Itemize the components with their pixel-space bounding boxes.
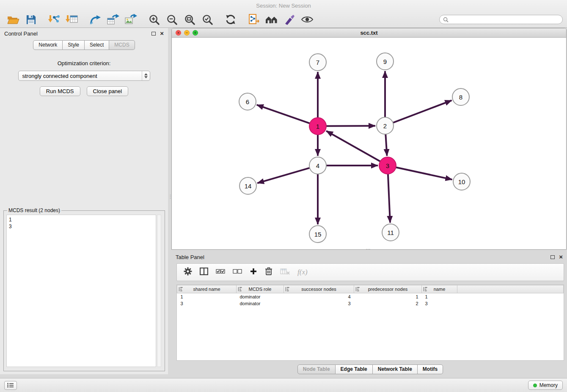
mcds-panel-body: Optimization criterion: strongly connect… (0, 60, 168, 96)
svg-text:2: 2 (383, 122, 387, 130)
table-cell[interactable]: dominator (237, 300, 284, 307)
table-cell[interactable]: 4 (284, 293, 354, 300)
table-cell[interactable]: dominator (237, 293, 284, 300)
mcds-result-fieldset: MCDS result (2 nodes) 1 3 (3, 207, 165, 371)
show-hide-icon[interactable] (298, 12, 316, 27)
table-cell[interactable]: 1 (422, 293, 457, 300)
tab-node-table[interactable]: Node Table (297, 364, 336, 374)
node-1[interactable]: 1 (309, 118, 326, 135)
search-box[interactable] (439, 15, 563, 24)
node-8[interactable]: 8 (452, 88, 469, 105)
zoom-fit-icon[interactable] (181, 12, 198, 27)
node-6[interactable]: 6 (239, 93, 256, 110)
network-file-icon[interactable] (245, 12, 263, 27)
deselect-all-rows-icon[interactable] (233, 268, 242, 276)
node-7[interactable]: 7 (309, 54, 326, 71)
network-graph[interactable]: 7968124314101511 (172, 38, 566, 250)
refresh-icon[interactable] (222, 12, 239, 27)
import-network-icon[interactable] (45, 12, 63, 27)
node-9[interactable]: 9 (377, 53, 394, 70)
paintbrush-glyph (284, 14, 295, 25)
tab-mcds[interactable]: MCDS (109, 40, 135, 50)
column-header-MCDS-role[interactable]: MCDS role (237, 285, 284, 293)
table-row[interactable]: 1dominator411 (177, 293, 564, 300)
tab-style[interactable]: Style (63, 40, 85, 50)
houses-glyph (265, 14, 278, 25)
edge-1-2[interactable] (326, 126, 375, 126)
add-row-icon[interactable] (250, 268, 257, 277)
save-session-icon[interactable] (22, 12, 40, 27)
table-cell[interactable]: 3 (422, 300, 457, 307)
memory-button[interactable]: Memory (528, 381, 563, 390)
select-all-rows-icon[interactable] (216, 268, 225, 276)
edge-4-14[interactable] (257, 168, 310, 183)
table-cell[interactable]: 1 (177, 293, 237, 300)
delete-row-icon[interactable] (265, 267, 272, 277)
splitter-handle-horizontal[interactable]: ⋯ (363, 248, 373, 251)
edge-1-6[interactable] (257, 105, 310, 124)
first-neighbors-icon[interactable] (263, 12, 281, 27)
criterion-dropdown[interactable]: strongly connected component (18, 71, 150, 81)
import-table-icon[interactable] (63, 12, 81, 27)
splitter-handle-vertical[interactable]: ⋮ (168, 195, 171, 205)
tab-select[interactable]: Select (85, 40, 109, 50)
style-icon[interactable] (281, 12, 298, 27)
settings-gear-icon[interactable] (184, 267, 192, 277)
table-row[interactable]: 3dominator323 (177, 300, 564, 307)
edge-2-3[interactable] (385, 134, 387, 156)
float-table-panel-icon[interactable] (550, 255, 555, 259)
close-table-panel-icon[interactable]: × (559, 255, 563, 259)
column-header-shared-name[interactable]: shared name (177, 285, 237, 293)
result-scrollbar[interactable] (157, 215, 161, 367)
export-network-icon[interactable] (86, 12, 104, 27)
zoom-window-icon[interactable]: + (193, 30, 198, 36)
close-window-icon[interactable]: × (176, 30, 181, 36)
gear-glyph (184, 267, 192, 276)
zoom-in-icon[interactable] (145, 12, 163, 27)
open-session-icon[interactable] (4, 12, 22, 27)
node-11[interactable]: 11 (382, 224, 399, 241)
column-visibility-icon[interactable] (200, 268, 208, 277)
column-header-predecessor-nodes[interactable]: predecessor nodes (354, 285, 422, 293)
tab-edge-table[interactable]: Edge Table (336, 364, 373, 374)
close-panel-icon[interactable]: × (160, 31, 164, 36)
zoom-out-icon[interactable] (163, 12, 181, 27)
node-15[interactable]: 15 (309, 226, 326, 243)
delete-column-icon[interactable] (280, 268, 290, 276)
edge-3-11[interactable] (388, 174, 390, 223)
node-3[interactable]: 3 (379, 157, 396, 174)
refresh-glyph (225, 14, 236, 25)
table-cell[interactable]: 2 (354, 300, 422, 307)
control-panel-header: Control Panel × (0, 28, 168, 39)
table-cell[interactable]: 3 (177, 300, 237, 307)
table-cell[interactable]: 3 (284, 300, 354, 307)
tab-motifs[interactable]: Motifs (418, 364, 443, 374)
node-10[interactable]: 10 (453, 173, 470, 190)
show-panel-list-button[interactable] (4, 381, 17, 390)
export-image-icon[interactable] (122, 12, 140, 27)
window-chrome: Session: New Session (0, 0, 567, 28)
svg-text:7: 7 (316, 59, 319, 66)
node-2[interactable]: 2 (377, 117, 394, 134)
table-cell[interactable]: 1 (354, 293, 422, 300)
close-panel-button[interactable]: Close panel (87, 86, 129, 96)
function-builder-icon[interactable]: f(x) (297, 268, 308, 276)
eye-glyph (301, 15, 314, 24)
network-window-titlebar[interactable]: × − + scc.txt (172, 28, 566, 38)
minimize-window-icon[interactable]: − (184, 30, 190, 36)
node-4[interactable]: 4 (309, 157, 326, 174)
network-canvas[interactable]: 7968124314101511 (172, 38, 566, 249)
column-header-name[interactable]: name (422, 285, 457, 293)
edge-2-8[interactable] (393, 100, 452, 123)
run-mcds-button[interactable]: Run MCDS (40, 86, 80, 96)
node-14[interactable]: 14 (239, 177, 256, 194)
export-table-icon[interactable] (104, 12, 122, 27)
tab-network-table[interactable]: Network Table (373, 364, 418, 374)
float-panel-icon[interactable] (151, 32, 156, 36)
column-header-successor-nodes[interactable]: successor nodes (284, 285, 354, 293)
edge-3-10[interactable] (396, 167, 452, 179)
search-input[interactable] (451, 16, 559, 23)
zoom-selected-icon[interactable] (198, 12, 216, 27)
edge-3-1[interactable] (326, 131, 380, 161)
tab-network[interactable]: Network (33, 40, 63, 50)
